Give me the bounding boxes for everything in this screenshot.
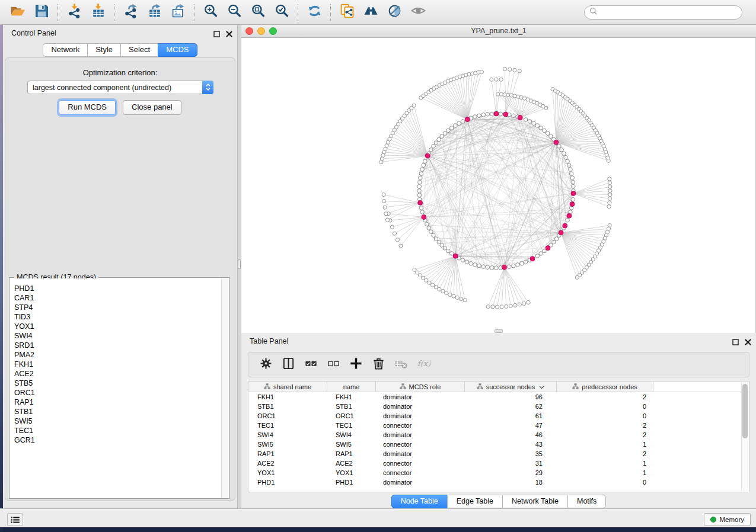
- mcds-result-item[interactable]: SWI4: [10, 331, 221, 341]
- export-table-button[interactable]: [142, 2, 166, 23]
- table-row[interactable]: TEC1TEC1connector472: [248, 421, 741, 430]
- search-box[interactable]: [584, 5, 742, 20]
- network-node: [486, 265, 490, 270]
- memory-button[interactable]: Memory: [704, 513, 751, 526]
- network-node: [422, 276, 425, 280]
- add-column-button[interactable]: [344, 354, 367, 376]
- show-hide-button[interactable]: [406, 2, 430, 23]
- network-node: [420, 168, 425, 172]
- mcds-result-item[interactable]: RAP1: [10, 398, 221, 407]
- column-header-predecessor-nodes[interactable]: predecessor nodes: [557, 382, 653, 392]
- tab-node-table[interactable]: Node Table: [391, 495, 448, 508]
- mcds-result-item[interactable]: STB5: [10, 379, 221, 388]
- table-row[interactable]: ORC1ORC1dominator610: [248, 411, 741, 421]
- mcds-result-item[interactable]: PHD1: [10, 284, 221, 293]
- show-columns-button[interactable]: [277, 354, 299, 376]
- network-node: [522, 302, 526, 305]
- export-image-button[interactable]: [166, 2, 190, 23]
- table-scrollbar[interactable]: [741, 382, 748, 491]
- mcds-result-item[interactable]: FKH1: [10, 360, 221, 369]
- table-panel-title: Table Panel: [241, 337, 288, 345]
- table-settings-button[interactable]: [254, 354, 277, 376]
- open-icon: [11, 4, 25, 21]
- control-panel-tabs: NetworkStyleSelectMCDS: [3, 43, 237, 57]
- network-node: [512, 114, 516, 118]
- mcds-result-item[interactable]: STB1: [10, 407, 221, 416]
- mcds-node: [563, 223, 567, 228]
- refresh-button[interactable]: [302, 2, 326, 23]
- table-row[interactable]: YOX1YOX1connector291: [248, 468, 741, 477]
- panel-splitter[interactable]: [237, 25, 241, 508]
- mcds-result-item[interactable]: STP4: [10, 303, 221, 312]
- network-node: [557, 145, 562, 149]
- import-table-button[interactable]: [86, 2, 110, 23]
- column-header-shared-name[interactable]: shared name: [248, 382, 327, 392]
- splitter-handle[interactable]: [238, 259, 241, 269]
- column-header-name[interactable]: name: [327, 382, 376, 392]
- delete-column-button[interactable]: [367, 354, 390, 376]
- import-network-button[interactable]: [62, 2, 86, 23]
- tab-select[interactable]: Select: [120, 43, 158, 57]
- mcds-result-item[interactable]: TID3: [10, 312, 221, 322]
- table-row[interactable]: ACE2ACE2connector311: [248, 459, 741, 468]
- tab-edge-table[interactable]: Edge Table: [447, 495, 503, 508]
- table-row[interactable]: SWI5SWI5connector431: [248, 440, 741, 449]
- close-panel-icon[interactable]: [745, 337, 751, 348]
- mcds-list-scrollbar[interactable]: [221, 278, 228, 498]
- run-mcds-button[interactable]: Run MCDS: [59, 100, 116, 115]
- float-panel-icon[interactable]: [213, 29, 220, 40]
- mcds-result-item[interactable]: GCR1: [10, 435, 221, 445]
- column-header-successor-nodes[interactable]: successor nodes: [465, 382, 557, 392]
- save-session-button[interactable]: [30, 2, 53, 23]
- optimization-criterion-select[interactable]: largest connected component (undirected): [27, 81, 213, 94]
- maximize-window-button[interactable]: [269, 27, 277, 35]
- duplicate-network-button[interactable]: [335, 2, 359, 23]
- mcds-result-item[interactable]: SRD1: [10, 341, 221, 350]
- mcds-result-item[interactable]: YOX1: [10, 322, 221, 331]
- mcds-result-list[interactable]: PHD1CAR1STP4TID3YOX1SWI4SRD1PMA2FKH1ACE2…: [10, 278, 221, 498]
- table-scrollbar-thumb[interactable]: [742, 384, 748, 438]
- search-input[interactable]: [598, 7, 742, 18]
- panel-menu-button[interactable]: [7, 513, 23, 526]
- network-node: [513, 303, 517, 307]
- network-node: [491, 305, 495, 309]
- close-panel-icon[interactable]: [226, 29, 232, 40]
- zoom-fit-button[interactable]: [246, 2, 270, 23]
- table-row[interactable]: STB1STB1dominator620: [248, 402, 741, 411]
- tab-style[interactable]: Style: [87, 43, 121, 57]
- mcds-result-item[interactable]: SWI5: [10, 416, 221, 426]
- mcds-result-item[interactable]: CAR1: [10, 293, 221, 303]
- mcds-panel: Optimization criterion: largest connecte…: [5, 57, 235, 501]
- find-button[interactable]: [359, 2, 382, 23]
- table-row[interactable]: RAP1RAP1dominator352: [248, 449, 741, 459]
- table-row[interactable]: FKH1FKH1dominator962: [248, 392, 741, 402]
- network-canvas[interactable]: [241, 38, 756, 333]
- mcds-result-item[interactable]: ORC1: [10, 388, 221, 398]
- export-network-icon: [123, 4, 138, 21]
- open-session-button[interactable]: [6, 2, 30, 23]
- mcds-result-item[interactable]: PMA2: [10, 350, 221, 360]
- float-panel-icon[interactable]: [732, 337, 739, 348]
- minimize-window-button[interactable]: [257, 27, 265, 35]
- tab-network-table[interactable]: Network Table: [502, 495, 568, 508]
- close-window-button[interactable]: [245, 27, 253, 35]
- mcds-result-item[interactable]: TEC1: [10, 426, 221, 435]
- deselect-icon: [327, 357, 340, 373]
- vizmap-button[interactable]: [382, 2, 406, 23]
- export-network-button[interactable]: [119, 2, 142, 23]
- zoom-selected-button[interactable]: [270, 2, 294, 23]
- zoom-out-button[interactable]: [222, 2, 246, 23]
- deselect-all-button[interactable]: [322, 354, 344, 376]
- tab-mcds[interactable]: MCDS: [158, 43, 197, 57]
- column-header-MCDS-role[interactable]: MCDS role: [376, 382, 465, 392]
- tab-motifs[interactable]: Motifs: [567, 495, 606, 508]
- mcds-result-item[interactable]: ACE2: [10, 369, 221, 379]
- select-all-button[interactable]: [299, 354, 322, 376]
- zoom-in-button[interactable]: [199, 2, 222, 23]
- table-row[interactable]: PHD1PHD1dominator180: [248, 477, 741, 487]
- network-graph[interactable]: [241, 38, 755, 333]
- network-node: [399, 244, 403, 248]
- close-panel-button[interactable]: Close panel: [123, 100, 181, 115]
- tab-network[interactable]: Network: [43, 43, 88, 57]
- table-row[interactable]: SWI4SWI4dominator462: [248, 430, 741, 440]
